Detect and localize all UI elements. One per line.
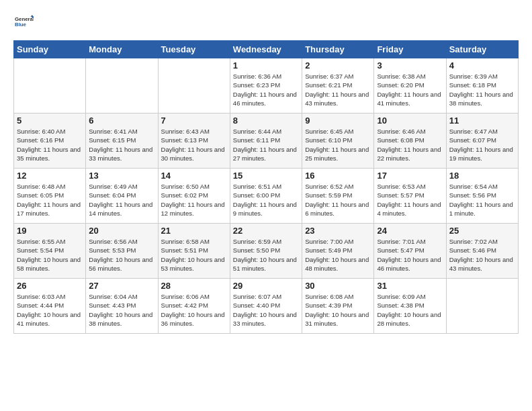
weekday-header: Sunday (14, 41, 86, 58)
day-info: Sunrise: 6:36 AM Sunset: 6:23 PM Dayligh… (233, 72, 299, 107)
day-info: Sunrise: 6:59 AM Sunset: 5:50 PM Dayligh… (233, 237, 299, 273)
weekday-header-row: SundayMondayTuesdayWednesdayThursdayFrid… (14, 41, 519, 58)
calendar-cell: 21Sunrise: 6:58 AM Sunset: 5:51 PM Dayli… (158, 224, 230, 279)
calendar-cell: 3Sunrise: 6:38 AM Sunset: 6:20 PM Daylig… (374, 58, 446, 113)
calendar-cell: 24Sunrise: 7:01 AM Sunset: 5:47 PM Dayli… (374, 224, 446, 279)
calendar-cell: 9Sunrise: 6:45 AM Sunset: 6:10 PM Daylig… (302, 113, 374, 169)
day-info: Sunrise: 6:49 AM Sunset: 6:04 PM Dayligh… (89, 182, 154, 218)
calendar-cell: 26Sunrise: 6:03 AM Sunset: 4:44 PM Dayli… (14, 279, 86, 334)
day-info: Sunrise: 6:50 AM Sunset: 6:02 PM Dayligh… (161, 182, 227, 218)
calendar-cell: 12Sunrise: 6:48 AM Sunset: 6:05 PM Dayli… (14, 169, 86, 224)
day-number: 20 (89, 226, 154, 236)
day-info: Sunrise: 6:55 AM Sunset: 5:54 PM Dayligh… (17, 237, 83, 273)
day-info: Sunrise: 6:51 AM Sunset: 6:00 PM Dayligh… (233, 182, 299, 218)
day-info: Sunrise: 6:07 AM Sunset: 4:40 PM Dayligh… (233, 292, 299, 328)
calendar-cell: 31Sunrise: 6:09 AM Sunset: 4:38 PM Dayli… (374, 279, 446, 334)
weekday-header: Monday (86, 41, 158, 58)
day-info: Sunrise: 6:41 AM Sunset: 6:15 PM Dayligh… (89, 127, 154, 163)
day-number: 14 (161, 171, 227, 181)
day-number: 12 (17, 171, 83, 181)
calendar-week-row: 26Sunrise: 6:03 AM Sunset: 4:44 PM Dayli… (14, 279, 519, 334)
svg-text:Blue: Blue (15, 21, 27, 28)
calendar-cell (158, 58, 230, 113)
day-info: Sunrise: 6:06 AM Sunset: 4:42 PM Dayligh… (161, 292, 227, 328)
day-number: 1 (233, 60, 299, 71)
calendar-cell: 18Sunrise: 6:54 AM Sunset: 5:56 PM Dayli… (446, 169, 518, 224)
day-number: 24 (377, 226, 443, 236)
day-info: Sunrise: 6:08 AM Sunset: 4:39 PM Dayligh… (305, 292, 371, 328)
calendar-cell: 4Sunrise: 6:39 AM Sunset: 6:18 PM Daylig… (446, 58, 518, 113)
day-number: 11 (449, 116, 515, 126)
weekday-header: Saturday (446, 41, 518, 58)
day-number: 22 (233, 226, 299, 236)
day-number: 21 (161, 226, 227, 236)
calendar-cell: 27Sunrise: 6:04 AM Sunset: 4:43 PM Dayli… (86, 279, 158, 334)
day-info: Sunrise: 6:39 AM Sunset: 6:18 PM Dayligh… (449, 72, 515, 107)
calendar-cell: 25Sunrise: 7:02 AM Sunset: 5:46 PM Dayli… (446, 224, 518, 279)
calendar-cell: 10Sunrise: 6:46 AM Sunset: 6:08 PM Dayli… (374, 113, 446, 169)
day-number: 26 (17, 281, 83, 291)
calendar-cell: 8Sunrise: 6:44 AM Sunset: 6:11 PM Daylig… (230, 113, 302, 169)
day-number: 10 (377, 116, 443, 126)
day-info: Sunrise: 6:46 AM Sunset: 6:08 PM Dayligh… (377, 127, 443, 163)
day-number: 28 (161, 281, 227, 291)
day-number: 5 (17, 116, 83, 126)
calendar-cell: 13Sunrise: 6:49 AM Sunset: 6:04 PM Dayli… (86, 169, 158, 224)
weekday-header: Tuesday (158, 41, 230, 58)
day-number: 2 (305, 60, 371, 71)
day-info: Sunrise: 6:03 AM Sunset: 4:44 PM Dayligh… (17, 292, 83, 328)
day-number: 23 (305, 226, 371, 236)
day-info: Sunrise: 6:48 AM Sunset: 6:05 PM Dayligh… (17, 182, 83, 218)
logo: General Blue (13, 12, 34, 34)
day-number: 29 (233, 281, 299, 291)
calendar-cell: 7Sunrise: 6:43 AM Sunset: 6:13 PM Daylig… (158, 113, 230, 169)
logo-icon: General Blue (15, 12, 34, 31)
day-info: Sunrise: 7:00 AM Sunset: 5:49 PM Dayligh… (305, 237, 371, 273)
calendar-cell: 5Sunrise: 6:40 AM Sunset: 6:16 PM Daylig… (14, 113, 86, 169)
day-number: 27 (89, 281, 154, 291)
day-info: Sunrise: 6:04 AM Sunset: 4:43 PM Dayligh… (89, 292, 154, 328)
day-info: Sunrise: 6:52 AM Sunset: 5:59 PM Dayligh… (305, 182, 371, 218)
header: General Blue (13, 12, 519, 34)
calendar-cell: 28Sunrise: 6:06 AM Sunset: 4:42 PM Dayli… (158, 279, 230, 334)
day-info: Sunrise: 6:53 AM Sunset: 5:57 PM Dayligh… (377, 182, 443, 218)
calendar-week-row: 5Sunrise: 6:40 AM Sunset: 6:16 PM Daylig… (14, 113, 519, 169)
day-info: Sunrise: 6:37 AM Sunset: 6:21 PM Dayligh… (305, 72, 371, 107)
calendar-cell: 1Sunrise: 6:36 AM Sunset: 6:23 PM Daylig… (230, 58, 302, 113)
calendar-cell: 11Sunrise: 6:47 AM Sunset: 6:07 PM Dayli… (446, 113, 518, 169)
calendar-cell: 16Sunrise: 6:52 AM Sunset: 5:59 PM Dayli… (302, 169, 374, 224)
day-number: 8 (233, 116, 299, 126)
day-number: 3 (377, 60, 443, 71)
day-info: Sunrise: 6:58 AM Sunset: 5:51 PM Dayligh… (161, 237, 227, 273)
day-number: 9 (305, 116, 371, 126)
calendar-week-row: 19Sunrise: 6:55 AM Sunset: 5:54 PM Dayli… (14, 224, 519, 279)
day-info: Sunrise: 6:38 AM Sunset: 6:20 PM Dayligh… (377, 72, 443, 107)
calendar-week-row: 12Sunrise: 6:48 AM Sunset: 6:05 PM Dayli… (14, 169, 519, 224)
day-number: 31 (377, 281, 443, 291)
weekday-header: Thursday (302, 41, 374, 58)
day-info: Sunrise: 6:09 AM Sunset: 4:38 PM Dayligh… (377, 292, 443, 328)
calendar-cell: 23Sunrise: 7:00 AM Sunset: 5:49 PM Dayli… (302, 224, 374, 279)
calendar-cell: 22Sunrise: 6:59 AM Sunset: 5:50 PM Dayli… (230, 224, 302, 279)
calendar-cell: 19Sunrise: 6:55 AM Sunset: 5:54 PM Dayli… (14, 224, 86, 279)
calendar-table: SundayMondayTuesdayWednesdayThursdayFrid… (13, 40, 519, 334)
weekday-header: Friday (374, 41, 446, 58)
calendar-week-row: 1Sunrise: 6:36 AM Sunset: 6:23 PM Daylig… (14, 58, 519, 113)
day-info: Sunrise: 6:45 AM Sunset: 6:10 PM Dayligh… (305, 127, 371, 163)
calendar-cell: 30Sunrise: 6:08 AM Sunset: 4:39 PM Dayli… (302, 279, 374, 334)
day-info: Sunrise: 6:56 AM Sunset: 5:53 PM Dayligh… (89, 237, 154, 273)
calendar-cell: 17Sunrise: 6:53 AM Sunset: 5:57 PM Dayli… (374, 169, 446, 224)
day-number: 17 (377, 171, 443, 181)
logo-text: General Blue (13, 12, 34, 34)
day-number: 13 (89, 171, 154, 181)
calendar-cell: 29Sunrise: 6:07 AM Sunset: 4:40 PM Dayli… (230, 279, 302, 334)
day-number: 4 (449, 60, 515, 71)
day-number: 18 (449, 171, 515, 181)
day-number: 15 (233, 171, 299, 181)
day-info: Sunrise: 6:54 AM Sunset: 5:56 PM Dayligh… (449, 182, 515, 218)
day-number: 16 (305, 171, 371, 181)
day-number: 6 (89, 116, 154, 126)
day-info: Sunrise: 7:02 AM Sunset: 5:46 PM Dayligh… (449, 237, 515, 273)
day-info: Sunrise: 7:01 AM Sunset: 5:47 PM Dayligh… (377, 237, 443, 273)
day-number: 30 (305, 281, 371, 291)
